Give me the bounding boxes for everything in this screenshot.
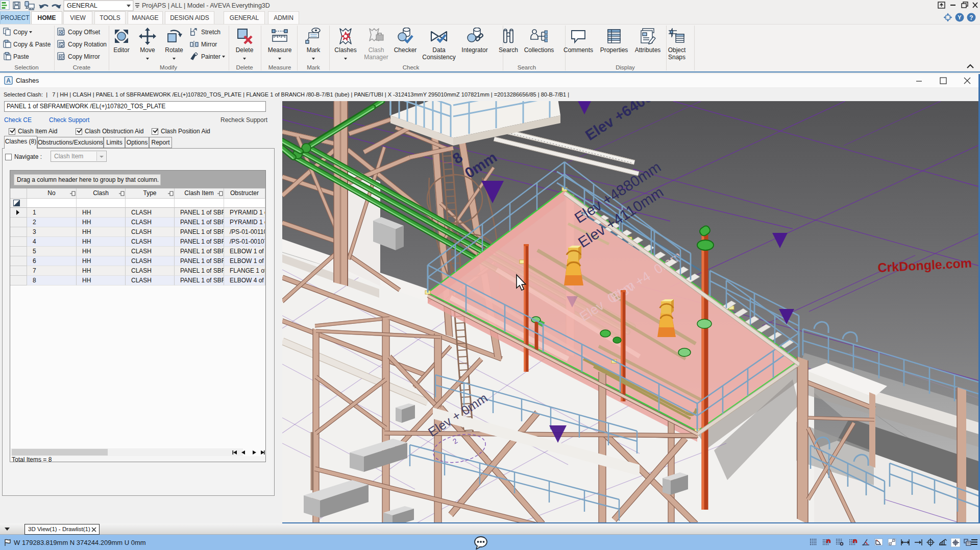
svg-text:A: A <box>6 77 11 84</box>
svg-text:Y: Y <box>958 14 962 20</box>
svg-text:?: ? <box>969 14 973 21</box>
svg-text:GENERAL: GENERAL <box>67 2 97 9</box>
